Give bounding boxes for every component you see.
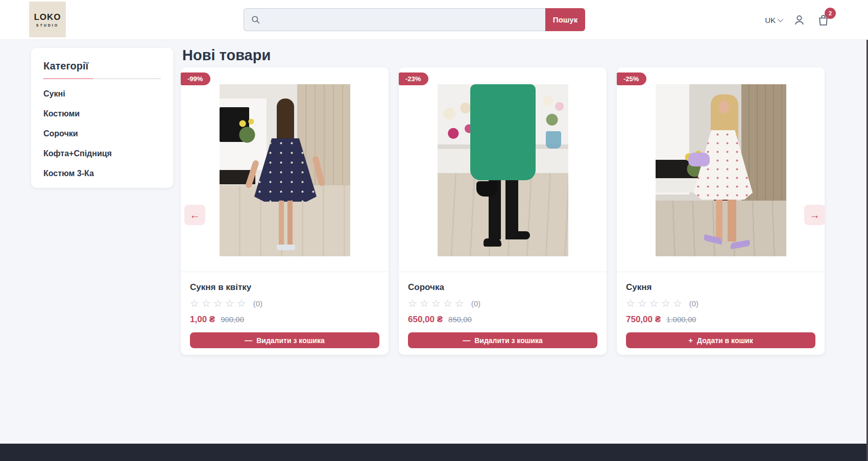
header-actions: UK 2	[765, 0, 830, 40]
product-image-link[interactable]: -23%	[399, 67, 607, 272]
star-rating-icons: ☆☆☆☆☆	[190, 298, 249, 308]
old-price: 850,00	[448, 315, 472, 324]
product-card: -99% Сукня в квітку ☆☆☆☆☆ (0) 1,00 ₴ 900…	[181, 67, 389, 355]
product-image	[438, 84, 568, 256]
product-card: -25% Сукня ☆☆☆☆☆ (0) 750,00 ₴ 1.000,00 +…	[617, 67, 825, 355]
account-button[interactable]	[793, 14, 806, 27]
search-icon	[251, 15, 260, 25]
product-image-link[interactable]: -99%	[181, 67, 389, 272]
rating-count: (0)	[253, 299, 262, 308]
button-label: Видалити з кошика	[256, 336, 325, 345]
carousel-prev-button[interactable]: ←	[184, 205, 205, 225]
arrow-right-icon: →	[810, 209, 820, 221]
search-input[interactable]	[265, 15, 530, 24]
old-price: 900,00	[221, 315, 244, 324]
sidebar-item-blouse-skirt[interactable]: Кофта+Спідниця	[43, 149, 161, 158]
old-price: 1.000,00	[666, 315, 696, 324]
language-label: UK	[765, 16, 776, 25]
discount-badge: -99%	[181, 72, 210, 85]
minus-icon: —	[463, 336, 470, 345]
rating-count: (0)	[689, 299, 698, 308]
current-price: 650,00 ₴	[408, 314, 443, 325]
logo-text-primary: LOKO	[34, 12, 61, 22]
search-button[interactable]: Пошук	[545, 8, 585, 31]
search-bar: Пошук	[244, 8, 585, 31]
current-price: 750,00 ₴	[626, 314, 661, 325]
categories-panel: Категорії Сукні Костюми Сорочки Кофта+Сп…	[31, 48, 173, 188]
current-price: 1,00 ₴	[190, 314, 215, 325]
remove-from-cart-button[interactable]: — Видалити з кошика	[190, 332, 379, 348]
product-title[interactable]: Сорочка	[408, 282, 597, 293]
product-image-link[interactable]: -25%	[617, 67, 825, 272]
button-label: Видалити з кошика	[474, 336, 543, 345]
minus-icon: —	[245, 336, 252, 345]
product-card: -23% Сорочка ☆☆☆☆☆ (0) 650,00 ₴ 850,00 —…	[399, 67, 607, 355]
button-label: Додати в кошик	[697, 336, 753, 345]
product-image	[656, 84, 786, 256]
add-to-cart-button[interactable]: + Додати в кошик	[626, 332, 815, 348]
header: LOKO STUDIO Пошук UK 2	[0, 0, 868, 40]
product-title[interactable]: Сукня в квітку	[190, 282, 379, 293]
sidebar-item-shirts[interactable]: Сорочки	[43, 129, 161, 138]
product-details: Сукня в квітку ☆☆☆☆☆ (0) 1,00 ₴ 900,00 —…	[181, 272, 389, 348]
discount-badge: -23%	[399, 72, 428, 85]
sidebar-item-dresses[interactable]: Сукні	[43, 89, 161, 99]
logo-text-secondary: STUDIO	[36, 23, 59, 27]
product-title[interactable]: Сукня	[626, 282, 815, 293]
remove-from-cart-button[interactable]: — Видалити з кошика	[408, 332, 597, 348]
page-title: Нові товари	[182, 47, 271, 64]
plus-icon: +	[688, 336, 693, 345]
search-field-container	[244, 8, 545, 31]
sidebar-item-suits[interactable]: Костюми	[43, 109, 161, 118]
cart-button[interactable]: 2	[817, 14, 830, 27]
carousel-next-button[interactable]: →	[804, 205, 825, 225]
user-icon	[793, 14, 806, 27]
store-logo[interactable]: LOKO STUDIO	[29, 2, 66, 37]
arrow-left-icon: ←	[190, 209, 200, 221]
footer	[0, 444, 868, 461]
categories-title: Категорії	[43, 60, 161, 72]
product-image	[220, 84, 350, 256]
categories-divider	[43, 78, 161, 79]
rating-count: (0)	[471, 299, 480, 308]
language-selector[interactable]: UK	[765, 16, 782, 25]
product-details: Сорочка ☆☆☆☆☆ (0) 650,00 ₴ 850,00 — Вида…	[399, 272, 607, 348]
discount-badge: -25%	[617, 72, 646, 85]
chevron-down-icon	[778, 16, 783, 22]
product-details: Сукня ☆☆☆☆☆ (0) 750,00 ₴ 1.000,00 + Дода…	[617, 272, 825, 348]
cart-count-badge: 2	[825, 8, 836, 19]
star-rating-icons: ☆☆☆☆☆	[626, 298, 685, 308]
sidebar-item-suit-3pc[interactable]: Костюм 3-Ка	[43, 169, 161, 178]
star-rating-icons: ☆☆☆☆☆	[408, 298, 467, 308]
